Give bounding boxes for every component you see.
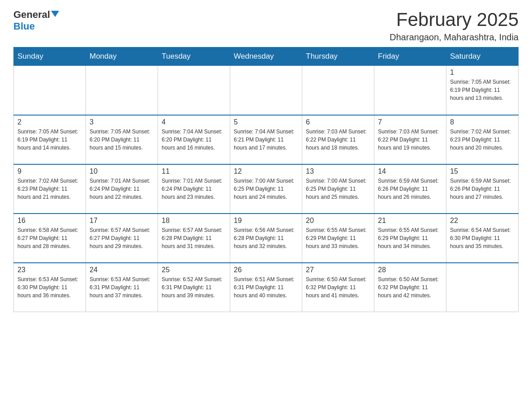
table-row: 12Sunrise: 7:00 AM Sunset: 6:25 PM Dayli… bbox=[230, 164, 302, 214]
day-info: Sunrise: 7:05 AM Sunset: 6:20 PM Dayligh… bbox=[90, 128, 154, 152]
table-row: 13Sunrise: 7:00 AM Sunset: 6:25 PM Dayli… bbox=[302, 164, 374, 214]
calendar-week-row: 9Sunrise: 7:02 AM Sunset: 6:23 PM Daylig… bbox=[14, 164, 519, 214]
day-number: 5 bbox=[234, 118, 298, 126]
table-row bbox=[158, 66, 230, 115]
title-block: February 2025 Dharangaon, Maharashtra, I… bbox=[390, 9, 519, 43]
col-saturday: Saturday bbox=[446, 47, 519, 66]
day-info: Sunrise: 6:50 AM Sunset: 6:32 PM Dayligh… bbox=[378, 275, 442, 300]
table-row: 10Sunrise: 7:01 AM Sunset: 6:24 PM Dayli… bbox=[86, 164, 158, 214]
table-row: 11Sunrise: 7:01 AM Sunset: 6:24 PM Dayli… bbox=[158, 164, 230, 214]
table-row bbox=[374, 66, 446, 115]
table-row bbox=[14, 66, 86, 115]
logo-blue-text: Blue bbox=[13, 21, 35, 32]
col-sunday: Sunday bbox=[14, 47, 86, 66]
table-row: 27Sunrise: 6:50 AM Sunset: 6:32 PM Dayli… bbox=[302, 263, 374, 312]
table-row bbox=[446, 263, 519, 312]
day-info: Sunrise: 6:55 AM Sunset: 6:29 PM Dayligh… bbox=[378, 226, 442, 250]
table-row: 20Sunrise: 6:55 AM Sunset: 6:29 PM Dayli… bbox=[302, 214, 374, 263]
table-row: 22Sunrise: 6:54 AM Sunset: 6:30 PM Dayli… bbox=[446, 214, 519, 263]
table-row: 25Sunrise: 6:52 AM Sunset: 6:31 PM Dayli… bbox=[158, 263, 230, 312]
day-info: Sunrise: 6:56 AM Sunset: 6:28 PM Dayligh… bbox=[234, 226, 298, 250]
day-info: Sunrise: 7:03 AM Sunset: 6:22 PM Dayligh… bbox=[378, 128, 442, 152]
table-row: 2Sunrise: 7:05 AM Sunset: 6:19 PM Daylig… bbox=[14, 115, 86, 164]
day-number: 26 bbox=[234, 266, 298, 274]
day-number: 18 bbox=[162, 217, 226, 225]
table-row: 1Sunrise: 7:05 AM Sunset: 6:19 PM Daylig… bbox=[446, 66, 519, 115]
table-row: 24Sunrise: 6:53 AM Sunset: 6:31 PM Dayli… bbox=[86, 263, 158, 312]
day-info: Sunrise: 7:01 AM Sunset: 6:24 PM Dayligh… bbox=[90, 177, 154, 201]
day-number: 15 bbox=[450, 167, 515, 176]
day-number: 1 bbox=[450, 68, 515, 77]
table-row: 21Sunrise: 6:55 AM Sunset: 6:29 PM Dayli… bbox=[374, 214, 446, 263]
day-info: Sunrise: 6:53 AM Sunset: 6:31 PM Dayligh… bbox=[90, 275, 154, 300]
day-info: Sunrise: 7:01 AM Sunset: 6:24 PM Dayligh… bbox=[162, 177, 226, 201]
table-row: 28Sunrise: 6:50 AM Sunset: 6:32 PM Dayli… bbox=[374, 263, 446, 312]
table-row: 26Sunrise: 6:51 AM Sunset: 6:31 PM Dayli… bbox=[230, 263, 302, 312]
day-info: Sunrise: 6:55 AM Sunset: 6:29 PM Dayligh… bbox=[306, 226, 370, 250]
day-number: 9 bbox=[17, 167, 82, 176]
day-info: Sunrise: 6:59 AM Sunset: 6:26 PM Dayligh… bbox=[450, 177, 515, 201]
day-info: Sunrise: 6:53 AM Sunset: 6:30 PM Dayligh… bbox=[17, 275, 82, 300]
day-number: 7 bbox=[378, 118, 442, 126]
col-monday: Monday bbox=[86, 47, 158, 66]
table-row: 5Sunrise: 7:04 AM Sunset: 6:21 PM Daylig… bbox=[230, 115, 302, 164]
day-info: Sunrise: 7:05 AM Sunset: 6:19 PM Dayligh… bbox=[17, 128, 82, 152]
day-number: 14 bbox=[378, 167, 442, 176]
day-info: Sunrise: 6:57 AM Sunset: 6:27 PM Dayligh… bbox=[90, 226, 154, 250]
day-number: 12 bbox=[234, 167, 298, 176]
day-info: Sunrise: 6:57 AM Sunset: 6:28 PM Dayligh… bbox=[162, 226, 226, 250]
month-title: February 2025 bbox=[390, 9, 519, 30]
day-number: 20 bbox=[306, 217, 370, 225]
calendar-week-row: 2Sunrise: 7:05 AM Sunset: 6:19 PM Daylig… bbox=[14, 115, 519, 164]
day-number: 28 bbox=[378, 266, 442, 274]
day-number: 4 bbox=[162, 118, 226, 126]
day-number: 3 bbox=[90, 118, 154, 126]
calendar-week-row: 23Sunrise: 6:53 AM Sunset: 6:30 PM Dayli… bbox=[14, 263, 519, 312]
day-info: Sunrise: 6:59 AM Sunset: 6:26 PM Dayligh… bbox=[378, 177, 442, 201]
day-info: Sunrise: 7:04 AM Sunset: 6:20 PM Dayligh… bbox=[162, 128, 226, 152]
col-tuesday: Tuesday bbox=[158, 47, 230, 66]
calendar-week-row: 1Sunrise: 7:05 AM Sunset: 6:19 PM Daylig… bbox=[14, 66, 519, 115]
day-number: 22 bbox=[450, 217, 515, 225]
day-info: Sunrise: 7:00 AM Sunset: 6:25 PM Dayligh… bbox=[234, 177, 298, 201]
day-number: 11 bbox=[162, 167, 226, 176]
day-number: 6 bbox=[306, 118, 370, 126]
day-number: 17 bbox=[90, 217, 154, 225]
table-row: 19Sunrise: 6:56 AM Sunset: 6:28 PM Dayli… bbox=[230, 214, 302, 263]
day-info: Sunrise: 7:05 AM Sunset: 6:19 PM Dayligh… bbox=[450, 78, 515, 102]
table-row: 6Sunrise: 7:03 AM Sunset: 6:22 PM Daylig… bbox=[302, 115, 374, 164]
day-number: 13 bbox=[306, 167, 370, 176]
day-info: Sunrise: 6:54 AM Sunset: 6:30 PM Dayligh… bbox=[450, 226, 515, 250]
table-row bbox=[230, 66, 302, 115]
table-row: 23Sunrise: 6:53 AM Sunset: 6:30 PM Dayli… bbox=[14, 263, 86, 312]
table-row: 3Sunrise: 7:05 AM Sunset: 6:20 PM Daylig… bbox=[86, 115, 158, 164]
table-row: 4Sunrise: 7:04 AM Sunset: 6:20 PM Daylig… bbox=[158, 115, 230, 164]
day-info: Sunrise: 7:02 AM Sunset: 6:23 PM Dayligh… bbox=[450, 128, 515, 152]
table-row: 14Sunrise: 6:59 AM Sunset: 6:26 PM Dayli… bbox=[374, 164, 446, 214]
location: Dharangaon, Maharashtra, India bbox=[390, 32, 519, 43]
day-info: Sunrise: 6:51 AM Sunset: 6:31 PM Dayligh… bbox=[234, 275, 298, 300]
table-row: 7Sunrise: 7:03 AM Sunset: 6:22 PM Daylig… bbox=[374, 115, 446, 164]
page-header: General Blue February 2025 Dharangaon, M… bbox=[13, 9, 519, 43]
day-number: 24 bbox=[90, 266, 154, 274]
day-number: 2 bbox=[17, 118, 82, 126]
table-row: 8Sunrise: 7:02 AM Sunset: 6:23 PM Daylig… bbox=[446, 115, 519, 164]
calendar-header-row: Sunday Monday Tuesday Wednesday Thursday… bbox=[14, 47, 519, 66]
day-info: Sunrise: 7:04 AM Sunset: 6:21 PM Dayligh… bbox=[234, 128, 298, 152]
day-number: 10 bbox=[90, 167, 154, 176]
calendar-week-row: 16Sunrise: 6:58 AM Sunset: 6:27 PM Dayli… bbox=[14, 214, 519, 263]
logo: General Blue bbox=[13, 9, 59, 32]
table-row: 9Sunrise: 7:02 AM Sunset: 6:23 PM Daylig… bbox=[14, 164, 86, 214]
day-number: 25 bbox=[162, 266, 226, 274]
day-info: Sunrise: 6:50 AM Sunset: 6:32 PM Dayligh… bbox=[306, 275, 370, 300]
table-row: 15Sunrise: 6:59 AM Sunset: 6:26 PM Dayli… bbox=[446, 164, 519, 214]
logo-triangle-icon bbox=[51, 11, 59, 17]
col-friday: Friday bbox=[374, 47, 446, 66]
table-row: 17Sunrise: 6:57 AM Sunset: 6:27 PM Dayli… bbox=[86, 214, 158, 263]
day-info: Sunrise: 6:58 AM Sunset: 6:27 PM Dayligh… bbox=[17, 226, 82, 250]
col-thursday: Thursday bbox=[302, 47, 374, 66]
day-number: 19 bbox=[234, 217, 298, 225]
day-info: Sunrise: 7:00 AM Sunset: 6:25 PM Dayligh… bbox=[306, 177, 370, 201]
day-number: 27 bbox=[306, 266, 370, 274]
day-number: 21 bbox=[378, 217, 442, 225]
